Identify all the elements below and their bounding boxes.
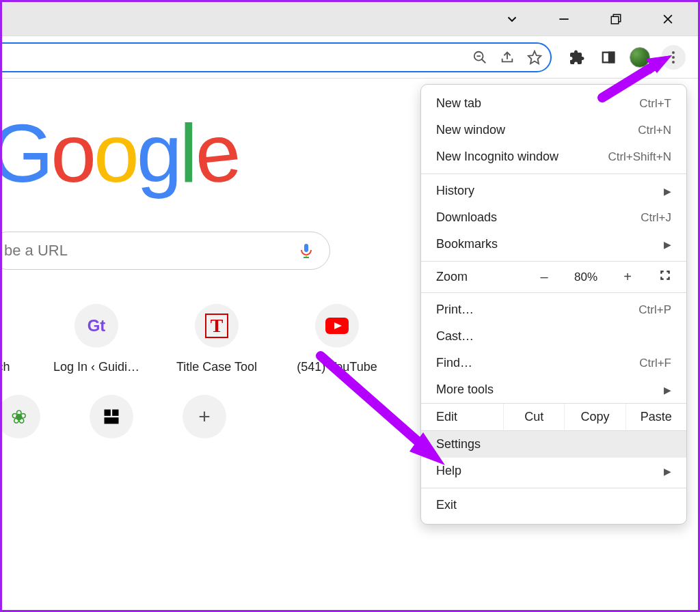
window-close-button[interactable] xyxy=(657,8,679,30)
shortcut-item[interactable] xyxy=(90,395,133,439)
tab-overflow-button[interactable] xyxy=(501,8,523,30)
svg-rect-19 xyxy=(105,417,119,423)
menu-edit-copy[interactable]: Copy xyxy=(564,404,625,430)
menu-new-incognito[interactable]: New Incognito windowCtrl+Shift+N xyxy=(421,143,686,170)
share-icon[interactable] xyxy=(498,48,516,66)
search-placeholder: be a URL xyxy=(4,242,68,260)
menu-settings[interactable]: Settings xyxy=(421,431,686,458)
menu-help[interactable]: Help▶ xyxy=(421,458,686,484)
svg-marker-9 xyxy=(528,51,541,63)
extensions-icon[interactable] xyxy=(567,47,587,68)
svg-rect-17 xyxy=(105,410,111,416)
chevron-right-icon: ▶ xyxy=(664,466,671,477)
add-shortcut-button[interactable]: + xyxy=(183,395,226,439)
chevron-right-icon: ▶ xyxy=(664,239,671,250)
menu-bookmarks[interactable]: Bookmarks▶ xyxy=(421,231,686,258)
zoom-indicator-icon[interactable] xyxy=(471,48,489,66)
bookmark-star-icon[interactable] xyxy=(526,48,543,66)
svg-rect-18 xyxy=(112,410,118,416)
menu-edit-cut[interactable]: Cut xyxy=(503,404,564,430)
annotation-arrow-icon xyxy=(597,55,672,103)
menu-downloads[interactable]: DownloadsCtrl+J xyxy=(421,204,686,231)
window-maximize-button[interactable] xyxy=(605,8,627,30)
zoom-out-button[interactable]: – xyxy=(528,269,561,285)
menu-new-window[interactable]: New windowCtrl+N xyxy=(421,117,686,143)
chevron-right-icon: ▶ xyxy=(664,186,671,197)
voice-search-icon[interactable] xyxy=(298,242,314,259)
menu-print[interactable]: Print…Ctrl+P xyxy=(421,296,686,323)
omnibox[interactable] xyxy=(0,42,552,72)
menu-more-tools[interactable]: More tools▶ xyxy=(421,376,686,403)
browser-toolbar xyxy=(2,36,698,79)
chrome-main-menu: New tabCtrl+T New windowCtrl+N New Incog… xyxy=(420,84,687,525)
svg-rect-12 xyxy=(304,244,308,252)
svg-rect-2 xyxy=(611,16,619,24)
window-minimize-button[interactable] xyxy=(553,8,575,30)
svg-line-6 xyxy=(482,59,486,63)
window-titlebar xyxy=(2,2,698,36)
menu-find[interactable]: Find…Ctrl+F xyxy=(421,350,686,376)
zoom-level: 80% xyxy=(561,270,611,284)
menu-zoom-row: Zoom – 80% + xyxy=(421,265,686,289)
annotation-arrow-icon xyxy=(315,350,445,467)
menu-edit-row: Edit Cut Copy Paste xyxy=(421,403,686,431)
shortcut-item[interactable]: Gt Log In ‹ Guidi… xyxy=(49,304,144,374)
shortcut-item[interactable]: T Title Case Tool xyxy=(169,304,265,374)
fullscreen-button[interactable] xyxy=(644,269,671,285)
ntp-search-box[interactable]: be a URL xyxy=(0,232,330,270)
menu-cast[interactable]: Cast… xyxy=(421,323,686,350)
chevron-right-icon: ▶ xyxy=(664,385,671,395)
menu-exit[interactable]: Exit xyxy=(421,492,686,518)
menu-edit-paste[interactable]: Paste xyxy=(625,404,686,430)
shortcut-item[interactable]: ❀ xyxy=(0,395,40,439)
menu-history[interactable]: History▶ xyxy=(421,178,686,204)
zoom-in-button[interactable]: + xyxy=(611,269,644,285)
shortcut-item[interactable]: ch xyxy=(0,304,24,374)
